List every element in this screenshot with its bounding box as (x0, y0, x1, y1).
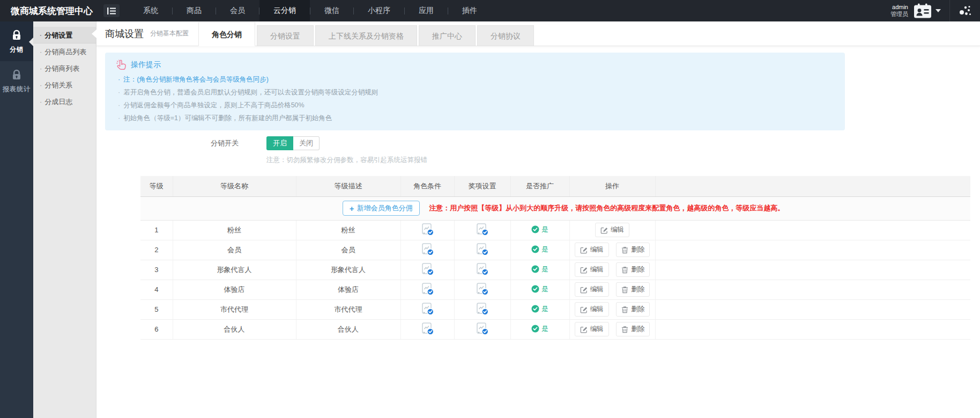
topnav-item-cloud-distribution[interactable]: 云分销 (259, 0, 310, 21)
check-circle-icon (531, 245, 539, 253)
role-condition-icon[interactable] (421, 223, 434, 238)
rail-item-reports[interactable]: 报表统计 (0, 61, 33, 101)
edit-button[interactable]: 编辑 (575, 243, 609, 257)
delete-button[interactable]: 删除 (616, 243, 650, 257)
sidebar-collapse-button[interactable] (103, 4, 120, 17)
rail-item-distribution[interactable]: 分销 (0, 21, 33, 61)
submenu-item-distributor-list[interactable]: 分销商列表 (33, 60, 96, 77)
tab-distribution-agreement[interactable]: 分销协议 (477, 25, 534, 46)
promote-status: 是 (531, 284, 548, 294)
promote-status: 是 (531, 304, 548, 314)
delete-button[interactable]: 删除 (616, 322, 650, 336)
user-info[interactable]: admin 管理员 (890, 4, 908, 18)
content-pointer-notch (92, 30, 96, 38)
tab-upline-downline-qualification[interactable]: 上下线关系及分销资格 (315, 25, 417, 46)
submenu-item-distribution-goods-list[interactable]: 分销商品列表 (33, 43, 96, 60)
level-order-notice: 注意：用户按照【等级】从小到大的顺序升级，请按照角色的高级程度来配置角色，越高级… (429, 204, 784, 212)
reward-setting-icon[interactable] (476, 243, 489, 258)
edit-button[interactable]: 编辑 (575, 302, 609, 317)
edit-button[interactable]: 编辑 (575, 322, 609, 336)
topnav-item-apps[interactable]: 应用 (405, 0, 448, 21)
promote-status: 是 (531, 225, 548, 234)
user-role: 管理员 (890, 11, 908, 18)
delete-button[interactable]: 删除 (616, 262, 650, 277)
table-row: 6 合伙人 合伙人 是 (140, 319, 970, 339)
column-header-reward-setting: 奖项设置 (454, 176, 510, 196)
role-condition-icon[interactable] (421, 262, 434, 277)
topnav-item-members[interactable]: 会员 (216, 0, 259, 21)
tab-distribution-settings[interactable]: 分销设置 (257, 25, 314, 46)
trash-icon (621, 266, 628, 274)
delete-label: 删除 (631, 265, 644, 274)
operation-tips-panel: 操作提示 注：(角色分销新增角色将会与会员等级角色同步) 若开启角色分销，普通会… (105, 53, 845, 130)
column-header-level: 等级 (140, 176, 173, 196)
check-circle-icon (531, 225, 539, 233)
table-row: 1 粉丝 粉丝 是 (140, 220, 970, 240)
cell-level-name: 会员 (173, 240, 296, 260)
page-title: 商城设置 (105, 27, 144, 40)
cell-level-name: 粉丝 (173, 220, 296, 240)
topnav-item-wechat[interactable]: 微信 (310, 0, 353, 21)
cell-level-desc: 合伙人 (296, 319, 400, 339)
edit-label: 编辑 (590, 245, 604, 254)
submenu-item-commission-log[interactable]: 分成日志 (33, 93, 96, 110)
switch-on-button[interactable]: 开启 (266, 136, 293, 150)
shortcut-menu-button[interactable] (950, 0, 980, 21)
reward-setting-icon[interactable] (476, 262, 489, 277)
edit-button[interactable]: 编辑 (595, 223, 629, 237)
table-row: 3 形象代言人 形象代言人 是 (140, 260, 970, 280)
topbar-right: admin 管理员 (890, 0, 980, 21)
role-condition-icon[interactable] (421, 322, 434, 337)
topnav-item-plugins[interactable]: 插件 (448, 0, 491, 21)
topnav-item-system[interactable]: 系统 (129, 0, 172, 21)
submenu-item-distribution-relations[interactable]: 分销关系 (33, 77, 96, 93)
edit-button[interactable]: 编辑 (575, 262, 609, 277)
switch-warning-note: 注意：切勿频繁修改分佣参数，容易引起系统运算报错 (266, 156, 427, 165)
delete-button[interactable]: 删除 (616, 282, 650, 297)
check-circle-icon (531, 305, 539, 313)
check-circle-icon (531, 265, 539, 273)
reward-setting-icon[interactable] (476, 322, 489, 337)
user-menu-trigger[interactable] (914, 3, 941, 18)
distribution-switch-row: 分销开关 开启 关闭 (96, 136, 320, 150)
sidebar-submenu: 分销设置 分销商品列表 分销商列表 分销关系 分成日志 (33, 21, 96, 418)
promote-status: 是 (531, 324, 548, 334)
trash-icon (621, 306, 628, 313)
table-row: 4 体验店 体验店 是 (140, 280, 970, 299)
reward-setting-icon[interactable] (476, 282, 489, 297)
topnav-item-goods[interactable]: 商品 (173, 0, 216, 21)
role-condition-icon[interactable] (421, 302, 434, 317)
promote-label: 是 (541, 284, 548, 294)
page-subtitle: 分销基本配置 (150, 29, 189, 38)
edit-icon (580, 286, 588, 294)
submenu-item-distribution-settings[interactable]: 分销设置 (33, 27, 96, 43)
table-toolbar-row: + 新增会员角色分佣 注意：用户按照【等级】从小到大的顺序升级，请按照角色的高级… (140, 196, 970, 220)
main-content: 商城设置 分销基本配置 角色分销 分销设置 上下线关系及分销资格 推广中心 分销… (96, 21, 980, 418)
delete-button[interactable]: 删除 (616, 302, 650, 317)
lock-icon (10, 29, 23, 42)
tips-item: 分销返佣金额每个商品单独设定，原则上不高于商品价格50% (116, 101, 834, 109)
edit-icon (580, 326, 588, 333)
tab-role-distribution[interactable]: 角色分销 (198, 22, 255, 46)
topnav-item-miniprogram[interactable]: 小程序 (354, 0, 404, 21)
reward-setting-icon[interactable] (476, 223, 489, 238)
tab-promotion-center[interactable]: 推广中心 (419, 25, 476, 46)
user-name: admin (890, 4, 908, 11)
cell-level-desc: 粉丝 (296, 220, 400, 240)
cell-level-desc: 形象代言人 (296, 260, 400, 280)
add-role-commission-button[interactable]: + 新增会员角色分佣 (343, 201, 420, 216)
content-header: 商城设置 分销基本配置 角色分销 分销设置 上下线关系及分销资格 推广中心 分销… (96, 21, 980, 46)
role-condition-icon[interactable] (421, 282, 434, 297)
role-condition-icon[interactable] (421, 243, 434, 258)
edit-icon (600, 226, 608, 234)
tips-list: 注：(角色分销新增角色将会与会员等级角色同步) 若开启角色分销，普通会员启用默认… (116, 76, 834, 122)
lock-icon (10, 69, 23, 82)
distribution-switch-label: 分销开关 (96, 138, 239, 148)
switch-off-button[interactable]: 关闭 (293, 136, 320, 150)
distribution-switch-toggle: 开启 关闭 (266, 136, 320, 150)
cell-level: 2 (140, 240, 173, 260)
table-header-row: 等级 等级名称 等级描述 角色条件 奖项设置 是否推广 操作 (140, 176, 970, 196)
submenu-pointer-notch (29, 38, 33, 46)
reward-setting-icon[interactable] (476, 302, 489, 317)
edit-button[interactable]: 编辑 (575, 282, 609, 297)
